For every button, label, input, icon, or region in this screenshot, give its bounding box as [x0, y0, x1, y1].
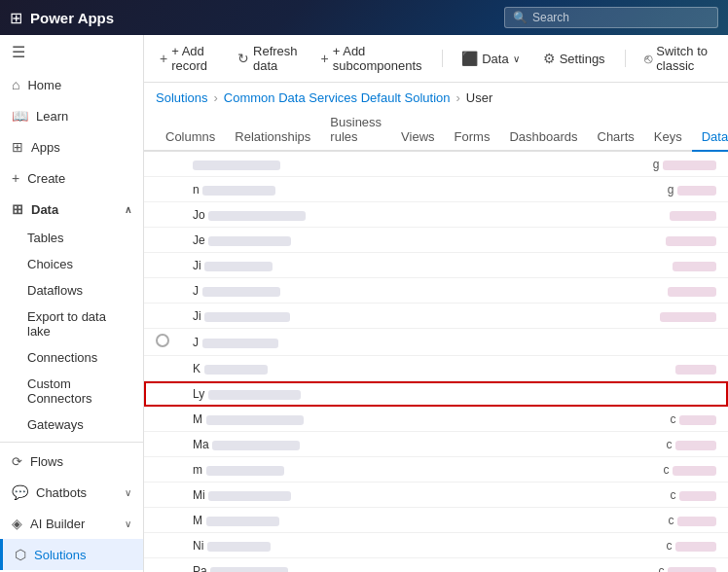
sidebar-item-dataflows[interactable]: Dataflows [0, 277, 143, 304]
sidebar-item-connections[interactable]: Connections [0, 344, 143, 371]
sidebar-item-custom-connectors[interactable]: Custom Connectors [0, 371, 143, 411]
value-cell: c [521, 432, 728, 457]
switch-to-classic-button[interactable]: ⎋ Switch to classic [640, 41, 716, 76]
radio-placeholder [144, 533, 181, 558]
top-bar: ⊞ Power Apps 🔍 Search [0, 0, 728, 35]
sidebar-item-apps[interactable]: ⊞ Apps [0, 131, 143, 162]
radio-placeholder [144, 508, 181, 533]
radio-placeholder [144, 483, 181, 508]
name-cell: Ly [181, 381, 471, 407]
sidebar-item-ai-builder[interactable]: ◈ AI Builder ∨ [0, 508, 143, 539]
name-cell: M [181, 508, 471, 533]
tables-label: Tables [27, 231, 64, 245]
tab-keys[interactable]: Keys [644, 124, 692, 152]
sidebar-item-flows[interactable]: ⟳ Flows [0, 447, 143, 477]
content-area: + + Add record ↻ Refresh data + + Add su… [144, 35, 728, 572]
table-row[interactable]: M c [144, 508, 728, 533]
chevron-up-icon: ∧ [125, 204, 131, 215]
table-row[interactable]: Ji [144, 304, 728, 329]
data-button[interactable]: ⬛ Data ∨ [457, 48, 523, 69]
value-cell: c [521, 457, 728, 483]
switch-icon: ⎋ [644, 51, 652, 66]
tab-forms[interactable]: Forms [445, 124, 500, 152]
table-row[interactable]: J [144, 278, 728, 304]
tab-business-rules[interactable]: Business rules [320, 109, 391, 152]
value-cell: g [521, 152, 728, 177]
add-subcomponents-button[interactable]: + + Add subcomponents [317, 41, 426, 76]
tab-dashboards[interactable]: Dashboards [499, 124, 587, 152]
radio-cell[interactable] [144, 329, 181, 356]
sidebar-item-learn[interactable]: 📖 Learn [0, 100, 143, 131]
refresh-data-button[interactable]: ↻ Refresh data [234, 41, 302, 76]
name-cell [181, 152, 471, 177]
sidebar-item-solutions[interactable]: ⬡ Solutions [0, 539, 143, 570]
choices-label: Choices [27, 257, 73, 271]
toolbar-divider-2 [625, 50, 626, 67]
sidebar-item-export[interactable]: Export to data lake [0, 304, 143, 344]
hamburger-button[interactable]: ☰ [0, 35, 143, 69]
breadcrumb: Solutions › Common Data Services Default… [144, 83, 728, 109]
refresh-icon: ↻ [237, 51, 249, 66]
settings-button[interactable]: ⚙ Settings [539, 48, 609, 69]
table-row[interactable]: n g [144, 177, 728, 202]
value-cell [521, 381, 728, 407]
name-cell: n [181, 177, 471, 202]
name-cell: m [181, 457, 471, 483]
table-row[interactable]: Ji [144, 253, 728, 278]
radio-placeholder [144, 152, 181, 177]
table-row[interactable]: Ma c [144, 432, 728, 457]
spacer [471, 202, 521, 228]
sidebar-item-create[interactable]: + Create [0, 162, 143, 194]
spacer [471, 508, 521, 533]
sidebar-divider [0, 442, 143, 443]
add-record-icon: + [160, 51, 167, 66]
sidebar-item-home[interactable]: ⌂ Home [0, 69, 143, 100]
tab-relationships[interactable]: Relationships [225, 124, 320, 152]
add-record-button[interactable]: + + Add record [156, 41, 218, 76]
spacer [471, 558, 521, 573]
radio-placeholder [144, 278, 181, 304]
settings-icon: ⚙ [543, 51, 556, 66]
add-record-label: + Add record [171, 44, 214, 73]
breadcrumb-common-data[interactable]: Common Data Services Default Solution [224, 90, 451, 105]
learn-icon: 📖 [12, 108, 28, 124]
tab-data[interactable]: Data [692, 124, 728, 152]
value-cell [521, 228, 728, 253]
sidebar-item-choices[interactable]: Choices [0, 251, 143, 277]
table-row[interactable]: Pa c [144, 558, 728, 573]
table-row[interactable]: Jo [144, 202, 728, 228]
sidebar-item-tables[interactable]: Tables [0, 225, 143, 251]
grid-icon[interactable]: ⊞ [10, 9, 22, 27]
settings-label: Settings [560, 52, 605, 66]
table-row[interactable]: Ni c [144, 533, 728, 558]
dataflows-label: Dataflows [27, 283, 83, 298]
apps-icon: ⊞ [12, 139, 23, 155]
table-row[interactable]: m c [144, 457, 728, 483]
table-row[interactable]: Je [144, 228, 728, 253]
tab-columns[interactable]: Columns [156, 124, 225, 152]
tab-views[interactable]: Views [391, 124, 444, 152]
spacer [471, 304, 521, 329]
table-row[interactable]: M c [144, 407, 728, 432]
app-title: Power Apps [30, 10, 504, 26]
table-row[interactable]: Ly [144, 381, 728, 407]
data-icon: ⊞ [12, 201, 23, 217]
radio-placeholder [144, 432, 181, 457]
name-cell: Mi [181, 483, 471, 508]
search-box[interactable]: 🔍 Search [504, 7, 718, 28]
tab-charts[interactable]: Charts [588, 124, 644, 152]
sidebar-item-label: Home [27, 78, 61, 92]
sidebar-item-chatbots[interactable]: 💬 Chatbots ∨ [0, 477, 143, 508]
table-row[interactable]: g [144, 152, 728, 177]
table-row[interactable]: J [144, 329, 728, 356]
spacer [471, 483, 521, 508]
name-cell: J [181, 329, 471, 356]
name-cell: Ma [181, 432, 471, 457]
value-cell [521, 253, 728, 278]
table-row[interactable]: K [144, 356, 728, 381]
sidebar-item-gateways[interactable]: Gateways [0, 411, 143, 438]
breadcrumb-solutions[interactable]: Solutions [156, 90, 207, 105]
switch-label: Switch to classic [656, 44, 712, 73]
table-row[interactable]: Mi c [144, 483, 728, 508]
sidebar-item-data[interactable]: ⊞ Data ∧ [0, 194, 143, 225]
